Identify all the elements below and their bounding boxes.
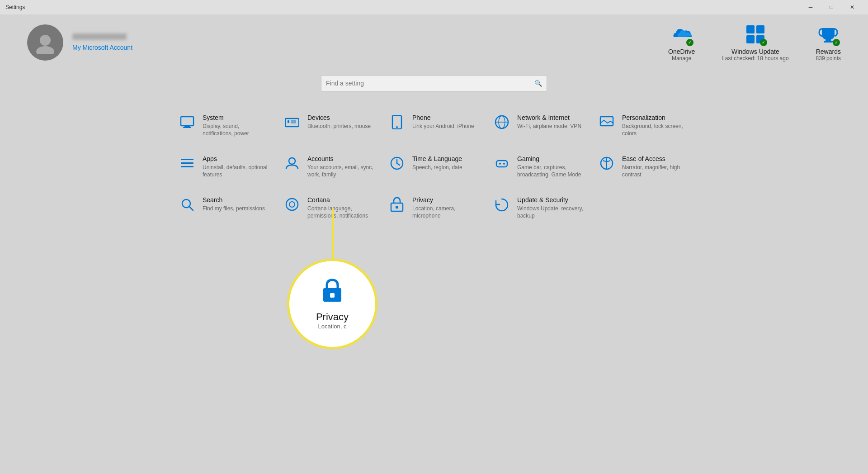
privacy-icon bbox=[389, 196, 405, 213]
header-widgets: ✓ OneDrive Manage ✓ Windows Update bbox=[668, 24, 841, 62]
settings-item-update-security[interactable]: Update & Security Windows Update, recove… bbox=[486, 187, 591, 228]
svg-rect-38 bbox=[396, 206, 398, 209]
window-controls: ─ □ ✕ bbox=[800, 0, 863, 14]
ease-of-access-desc: Narrator, magnifier, high contrast bbox=[622, 164, 689, 178]
phone-icon bbox=[389, 114, 405, 130]
accounts-title: Accounts bbox=[307, 155, 374, 162]
rewards-icon: ✓ bbox=[817, 24, 839, 45]
system-title: System bbox=[203, 114, 269, 121]
settings-item-personalization[interactable]: Personalization Background, lock screen,… bbox=[591, 105, 696, 146]
search-title: Search bbox=[203, 196, 265, 204]
settings-item-time[interactable]: Time & Language Speech, region, date bbox=[382, 146, 486, 187]
svg-point-30 bbox=[503, 163, 505, 165]
cortana-icon bbox=[284, 196, 300, 213]
update-security-desc: Windows Update, recovery, backup bbox=[517, 205, 584, 219]
app-title: Settings bbox=[5, 4, 25, 10]
search-desc: Find my files, permissions bbox=[203, 205, 265, 213]
svg-point-0 bbox=[40, 35, 51, 46]
zoom-privacy-title: Privacy bbox=[316, 311, 349, 323]
cortana-title: Cortana bbox=[307, 196, 374, 204]
time-desc: Speech, region, date bbox=[412, 164, 462, 171]
network-desc: Wi-Fi, airplane mode, VPN bbox=[517, 123, 581, 130]
user-section: My Microsoft Account bbox=[27, 24, 132, 61]
svg-line-34 bbox=[189, 207, 193, 210]
onedrive-icon: ✓ bbox=[671, 24, 693, 45]
personalization-title: Personalization bbox=[622, 114, 689, 121]
devices-icon bbox=[284, 114, 300, 130]
rewards-label: Rewards bbox=[816, 48, 841, 55]
ease-of-access-icon bbox=[599, 155, 615, 171]
settings-item-ease-of-access[interactable]: Ease of Access Narrator, magnifier, high… bbox=[591, 146, 696, 187]
gaming-title: Gaming bbox=[517, 155, 584, 162]
settings-item-phone[interactable]: Phone Link your Android, iPhone bbox=[382, 105, 486, 146]
phone-desc: Link your Android, iPhone bbox=[412, 123, 474, 130]
search-icon[interactable]: 🔍 bbox=[534, 80, 542, 87]
devices-desc: Bluetooth, printers, mouse bbox=[307, 123, 371, 130]
settings-item-privacy[interactable]: Privacy Location, camera, microphone bbox=[382, 187, 486, 228]
svg-point-23 bbox=[289, 158, 295, 164]
system-icon bbox=[179, 114, 195, 130]
search-bar[interactable]: 🔍 bbox=[321, 75, 547, 91]
svg-rect-22 bbox=[181, 166, 193, 167]
header: My Microsoft Account ✓ OneDrive Manage bbox=[0, 14, 868, 71]
avatar bbox=[27, 24, 63, 61]
user-name-blurred bbox=[72, 33, 127, 40]
settings-item-devices[interactable]: Devices Bluetooth, printers, mouse bbox=[277, 105, 382, 146]
svg-point-1 bbox=[36, 46, 54, 54]
privacy-title: Privacy bbox=[412, 196, 479, 204]
cortana-desc: Cortana language, permissions, notificat… bbox=[307, 205, 374, 219]
apps-title: Apps bbox=[203, 155, 269, 162]
svg-point-36 bbox=[289, 202, 295, 207]
svg-rect-4 bbox=[746, 35, 755, 43]
settings-item-apps[interactable]: Apps Uninstall, defaults, optional featu… bbox=[172, 146, 277, 187]
onedrive-sublabel: Manage bbox=[672, 55, 691, 62]
rewards-widget[interactable]: ✓ Rewards 839 points bbox=[816, 24, 841, 62]
search-input[interactable] bbox=[326, 80, 531, 87]
windows-update-check-badge: ✓ bbox=[760, 39, 767, 46]
zoom-privacy-icon bbox=[321, 278, 344, 308]
settings-item-search[interactable]: Search Find my files, permissions bbox=[172, 187, 277, 228]
windows-update-widget[interactable]: ✓ Windows Update Last checked: 18 hours … bbox=[722, 24, 788, 62]
svg-rect-27 bbox=[496, 161, 507, 167]
close-button[interactable]: ✕ bbox=[842, 0, 863, 14]
minimize-button[interactable]: ─ bbox=[800, 0, 821, 14]
svg-rect-41 bbox=[330, 293, 335, 298]
update-security-icon bbox=[494, 196, 510, 213]
svg-rect-9 bbox=[184, 126, 190, 127]
titlebar: Settings ─ □ ✕ bbox=[0, 0, 868, 14]
svg-line-26 bbox=[397, 163, 400, 165]
network-icon bbox=[494, 114, 510, 130]
personalization-desc: Background, lock screen, colors bbox=[622, 123, 689, 137]
svg-rect-12 bbox=[288, 120, 289, 123]
svg-rect-13 bbox=[291, 120, 296, 123]
gaming-desc: Game bar, captures, broadcasting, Game M… bbox=[517, 164, 584, 178]
search-container: 🔍 bbox=[0, 71, 868, 105]
settings-item-network[interactable]: Network & Internet Wi-Fi, airplane mode,… bbox=[486, 105, 591, 146]
accounts-desc: Your accounts, email, sync, work, family bbox=[307, 164, 374, 178]
settings-item-accounts[interactable]: Accounts Your accounts, email, sync, wor… bbox=[277, 146, 382, 187]
network-title: Network & Internet bbox=[517, 114, 581, 121]
apps-icon bbox=[179, 155, 195, 171]
onedrive-widget[interactable]: ✓ OneDrive Manage bbox=[668, 24, 695, 62]
time-title: Time & Language bbox=[412, 155, 462, 162]
ease-of-access-title: Ease of Access bbox=[622, 155, 689, 162]
accounts-icon bbox=[284, 155, 300, 171]
zoom-circle: Privacy Location, c bbox=[287, 259, 377, 349]
devices-title: Devices bbox=[307, 114, 371, 121]
time-icon bbox=[389, 155, 405, 171]
apps-desc: Uninstall, defaults, optional features bbox=[203, 164, 269, 178]
settings-item-cortana[interactable]: Cortana Cortana language, permissions, n… bbox=[277, 187, 382, 228]
svg-rect-2 bbox=[746, 25, 755, 33]
svg-rect-21 bbox=[181, 162, 193, 164]
svg-point-35 bbox=[286, 199, 298, 210]
microsoft-account-link[interactable]: My Microsoft Account bbox=[72, 44, 132, 51]
zoom-privacy-desc: Location, c bbox=[318, 323, 347, 330]
settings-item-system[interactable]: System Display, sound, notifications, po… bbox=[172, 105, 277, 146]
settings-item-gaming[interactable]: Gaming Game bar, captures, broadcasting,… bbox=[486, 146, 591, 187]
search-icon bbox=[179, 196, 195, 213]
maximize-button[interactable]: □ bbox=[821, 0, 842, 14]
onedrive-check-badge: ✓ bbox=[686, 39, 693, 46]
main-content: My Microsoft Account ✓ OneDrive Manage bbox=[0, 14, 868, 474]
svg-rect-8 bbox=[181, 117, 193, 126]
personalization-icon bbox=[599, 114, 615, 130]
